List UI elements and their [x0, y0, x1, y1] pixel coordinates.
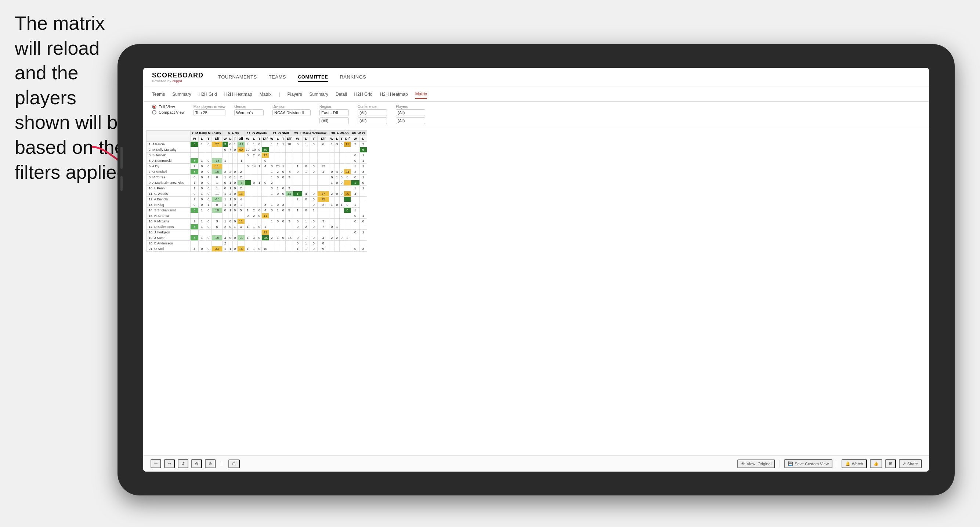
player-name: 7. O Mitchell	[146, 169, 191, 175]
sh-w5: W	[293, 136, 302, 142]
logo-subtitle: Powered by clippd	[152, 79, 204, 83]
sh-w6: W	[329, 136, 335, 142]
max-players-filter: Max players in view Top 25	[194, 105, 226, 116]
nav-teams[interactable]: TEAMS	[269, 73, 286, 82]
table-row: 12. A Bianchi 2 0 0 -18 1 1 0 4	[146, 197, 367, 202]
subnav-h2h-grid2[interactable]: H2H Grid	[354, 90, 373, 98]
subnav-teams[interactable]: Teams	[152, 90, 165, 98]
sh-l1: L	[199, 136, 205, 142]
full-view-option[interactable]: Full View	[152, 105, 185, 109]
table-row: 19. J Kamh 3 1 0 18 4 0 0 -20 1 3 0 -35 …	[146, 235, 367, 241]
header-empty	[146, 131, 191, 136]
player-name: 1. J Garcia	[146, 142, 191, 147]
nav-tournaments[interactable]: TOURNAMENTS	[218, 73, 257, 82]
nav-items: TOURNAMENTS TEAMS COMMITTEE RANKINGS	[218, 73, 366, 82]
grid-button[interactable]: ⊞	[885, 459, 896, 468]
table-row: 2. M Kelly Mulcahy 0 7 0 40 10 10 0 50	[146, 147, 367, 153]
player-name: 6. A Dy	[146, 163, 191, 169]
sh-d6: Dif	[344, 136, 351, 142]
sh-d1: Dif	[212, 136, 223, 142]
watch-button[interactable]: 🔔 Watch	[842, 459, 867, 468]
players-select[interactable]: (All)	[396, 110, 425, 116]
save-custom-button[interactable]: 💾 Save Custom View	[784, 459, 832, 468]
players-all-select[interactable]: (All)	[396, 117, 425, 124]
annotation-text: The matrix will reload and the players s…	[15, 11, 132, 184]
nav-rankings[interactable]: RANKINGS	[340, 73, 366, 82]
region-all-select[interactable]: (All)	[320, 117, 349, 124]
subnav-players[interactable]: Players	[288, 90, 302, 98]
conference-select[interactable]: (All)	[358, 110, 387, 116]
subnav-h2h-heatmap2[interactable]: H2H Heatmap	[380, 90, 408, 98]
sh-w4: W	[269, 136, 275, 142]
region-label: Region	[320, 105, 349, 109]
filter-bar: Full View Compact View Max players in vi…	[143, 102, 929, 127]
conference-all-select[interactable]: (All)	[358, 117, 387, 124]
max-players-select[interactable]: Top 25	[194, 110, 226, 116]
sh-w3: W	[245, 136, 251, 142]
player-name: 21. O Stoll	[146, 246, 191, 252]
table-row: 7. O Mitchell 3 0 0 18 2 2 0 2 1	[146, 169, 367, 175]
bottom-toolbar: ↩ ↪ ↺ ⊖ ⊕ | ⏱ 👁 View: Original 💾 Save Cu…	[143, 456, 929, 471]
gender-select[interactable]: Women's	[234, 110, 264, 116]
player-name: 20. E Andersson	[146, 241, 191, 246]
subnav-summary2[interactable]: Summary	[310, 90, 328, 98]
thumbs-button[interactable]: 👍	[870, 459, 882, 468]
header-dy: 6. A Dy	[223, 131, 245, 136]
refresh-button[interactable]: ↺	[178, 459, 188, 468]
sub-nav: Teams Summary H2H Grid H2H Heatmap Matri…	[143, 87, 929, 102]
redo-button[interactable]: ↪	[164, 459, 175, 468]
player-name: 5. A Nomrowski	[146, 158, 191, 163]
subnav-h2h-heatmap[interactable]: H2H Heatmap	[224, 90, 252, 98]
table-row: 6. A Dy 7 0 0 11 0 14 1 4 0	[146, 163, 367, 169]
table-row: 3. S Jelinek 0 2 0 17	[146, 153, 367, 158]
header-woods: 11. G Woods	[245, 131, 269, 136]
matrix-table: 2. M Kelly Mulcahy 6. A Dy 11. G Woods 2…	[146, 130, 367, 252]
gender-label: Gender	[234, 105, 264, 109]
subheader-empty	[146, 136, 191, 142]
full-view-radio[interactable]	[152, 105, 156, 109]
share-icon: ↗	[902, 461, 906, 466]
player-name: 12. A Bianchi	[146, 197, 191, 202]
subnav-h2h-grid[interactable]: H2H Grid	[199, 90, 217, 98]
matrix-area[interactable]: 2. M Kelly Mulcahy 6. A Dy 11. G Woods 2…	[143, 127, 929, 456]
subnav-matrix2[interactable]: Matrix	[415, 90, 427, 99]
nav-committee[interactable]: COMMITTEE	[298, 73, 328, 82]
player-name: 19. J Kamh	[146, 235, 191, 241]
sh-l7: L	[360, 136, 367, 142]
sh-w2: W	[223, 136, 228, 142]
player-name: 9. A Maria Jimenez Rios	[146, 180, 191, 186]
player-name: 2. M Kelly Mulcahy	[146, 147, 191, 153]
logo-area: SCOREBOARD Powered by clippd	[152, 71, 204, 83]
sh-d5: Dif	[318, 136, 329, 142]
region-filter: Region East - DII (All)	[320, 105, 349, 124]
compact-view-option[interactable]: Compact View	[152, 110, 185, 114]
sh-d3: Dif	[262, 136, 269, 142]
zoom-out-button[interactable]: ⊖	[191, 459, 202, 468]
share-button[interactable]: ↗ Share	[899, 459, 922, 468]
save-icon: 💾	[788, 461, 793, 466]
clock-button[interactable]: ⏱	[228, 459, 240, 468]
players-label: Players	[396, 105, 425, 109]
table-row: 11. G Woods 0 1 0 11 1 4 0 11 1	[146, 191, 367, 197]
subnav-matrix[interactable]: Matrix	[259, 90, 272, 98]
sh-l5: L	[302, 136, 310, 142]
player-name: 10. L Perini	[146, 186, 191, 191]
region-select[interactable]: East - DII	[320, 110, 349, 116]
sh-d2: Dif	[237, 136, 245, 142]
subnav-detail[interactable]: Detail	[336, 90, 347, 98]
undo-button[interactable]: ↩	[151, 459, 161, 468]
zoom-in-button[interactable]: ⊕	[205, 459, 216, 468]
view-original-button[interactable]: 👁 View: Original	[737, 459, 775, 468]
table-row: 15. H Stranda 0 2 0 11	[146, 213, 367, 219]
header-stoll: 21. O Stoll	[269, 131, 293, 136]
sh-t2: T	[233, 136, 237, 142]
sh-d4: Dif	[286, 136, 293, 142]
compact-view-radio[interactable]	[152, 110, 156, 114]
tablet-frame: SCOREBOARD Powered by clippd TOURNAMENTS…	[118, 44, 955, 495]
header-webb: 38. A Webb	[329, 131, 351, 136]
watch-icon: 🔔	[845, 461, 850, 466]
subnav-summary[interactable]: Summary	[172, 90, 191, 98]
division-select[interactable]: NCAA Division II	[272, 110, 311, 116]
sh-w1: W	[191, 136, 199, 142]
sh-t3: T	[257, 136, 262, 142]
